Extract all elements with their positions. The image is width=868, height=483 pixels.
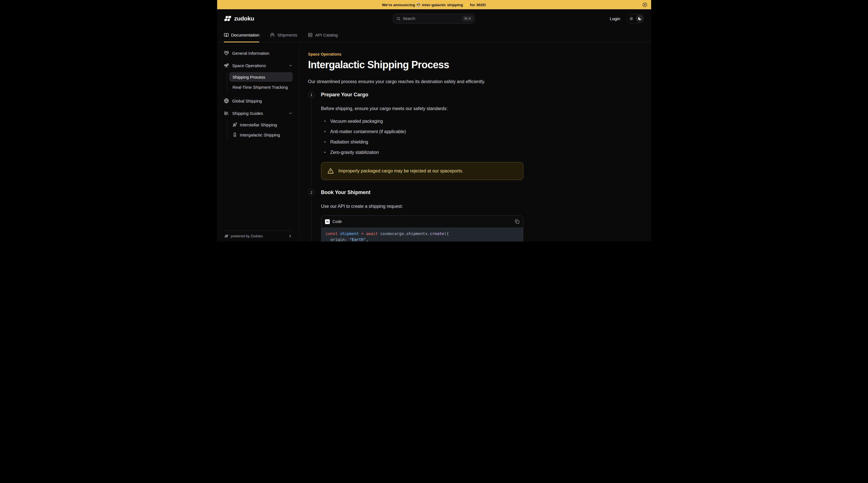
tab-label: API Catalog [315,33,338,37]
javascript-language-icon: JS [325,219,330,224]
sidebar-group-space-operations: Shipping Process Real-Time Shipment Trac… [227,72,293,92]
warning-callout: Improperly packaged cargo may be rejecte… [321,162,523,180]
globe-icon [224,98,229,103]
login-button[interactable]: Login [610,16,620,21]
sidebar-group-shipping-guides: Interstellar Shipping Intergalactic Ship… [227,120,293,139]
announcement-text: We're announcing 🧑‍🚀 inter-galactic ship… [382,3,486,7]
powered-by-label: powered by Zudoku [231,234,263,238]
search-icon [396,17,401,21]
step-number-badge: 2 [308,189,315,196]
sun-icon [629,17,633,21]
library-icon [224,110,229,116]
copy-code-button[interactable] [515,219,519,224]
tab-shipments[interactable]: Shipments [270,28,297,42]
search-input[interactable] [403,16,460,21]
telescope-icon [224,63,229,68]
main-content: Space Operations Intergalactic Shipping … [300,42,651,242]
sidebar-item-label: Space Operations [232,63,266,68]
powered-by-link[interactable]: powered by Zudoku [224,230,293,242]
content-layout: General Information Space Operations Shi… [217,42,651,242]
list-item: Zero-gravity stabilization [321,147,523,158]
list-item: Anti-matter containment (if applicable) [321,126,523,137]
moon-icon [638,17,642,21]
sidebar-item-shipping-process[interactable]: Shipping Process [229,72,293,82]
tab-api-catalog[interactable]: API Catalog [308,28,338,42]
ship-icon [270,33,275,37]
sidebar-item-interstellar-shipping[interactable]: Interstellar Shipping [229,120,293,129]
step-intro: Before shipping, ensure your cargo meets… [321,105,523,112]
tab-documentation[interactable]: Documentation [224,28,259,42]
category-eyebrow: Space Operations [308,52,523,57]
book-open-icon [224,33,229,37]
sidebar-item-space-operations[interactable]: Space Operations [221,60,296,71]
sidebar-item-label: Real-Time Shipment Tracking [232,85,288,90]
header-actions: Login [610,14,644,23]
step-1: 1 Prepare Your Cargo Before shipping, en… [308,91,523,189]
page-title: Intergalactic Shipping Process [308,59,523,71]
sidebar-item-label: General Information [232,51,270,56]
sidebar-item-intergalactic-shipping[interactable]: Intergalactic Shipping [229,130,293,139]
step-intro: Use our API to create a shipping request… [321,203,523,210]
step-number-badge: 1 [308,91,315,98]
search-shortcut-badge: ⌘+K [462,16,473,21]
sidebar-item-label: Shipping Guides [232,111,263,116]
chevron-down-icon [288,111,293,116]
chevron-right-icon [288,234,292,238]
tab-label: Documentation [231,33,259,37]
code-line: const shipment = await cosmocargo.shipme… [326,231,449,242]
code-content: const shipment = await cosmocargo.shipme… [326,231,519,242]
sidebar-item-label: Interstellar Shipping [240,123,277,127]
brand-logo[interactable]: zudoku [224,15,254,23]
zudoku-logo-icon [224,15,231,23]
list-item: Vacuum-sealed packaging [321,116,523,126]
brand-name: zudoku [234,15,254,22]
sidebar-item-general-information[interactable]: General Information [221,47,296,59]
sidebar-item-real-time-shipment-tracking[interactable]: Real-Time Shipment Tracking [229,82,293,92]
code-block-title: Code [333,219,342,224]
sidebar: General Information Space Operations Shi… [217,42,300,242]
announcement-banner: We're announcing 🧑‍🚀 inter-galactic ship… [217,0,651,9]
code-block-header: JS Code [321,216,523,227]
copy-icon [515,219,519,224]
step-title: Prepare Your Cargo [321,91,523,98]
sidebar-item-label: Intergalactic Shipping [240,133,280,137]
top-nav: Documentation Shipments API Catalog [217,28,651,42]
warning-text: Improperly packaged cargo may be rejecte… [339,168,464,174]
milk-bottle-icon [232,133,237,137]
app-window: We're announcing 🧑‍🚀 inter-galactic ship… [217,0,651,242]
dark-mode-active-indicator [636,15,643,22]
step-2: 2 Book Your Shipment Use our API to crea… [308,189,523,242]
search-bar[interactable]: ⌘+K [393,14,475,24]
circle-x-icon [643,2,647,7]
banner-close-button[interactable] [643,2,647,7]
steps-list: 1 Prepare Your Cargo Before shipping, en… [308,91,523,242]
library-big-icon [308,33,313,37]
tab-label: Shipments [277,33,297,37]
page-lead: Our streamlined process ensures your car… [308,78,523,85]
sidebar-item-label: Global Shipping [232,99,262,103]
list-item: Radiation shielding [321,137,523,147]
step-title: Book Your Shipment [321,189,523,196]
theme-toggle[interactable] [626,14,644,23]
chevron-down-icon [288,63,293,68]
rocket-icon [232,123,237,127]
code-block: JS Code const shipment = await cosmocarg… [321,215,523,242]
code-editor[interactable]: const shipment = await cosmocargo.shipme… [321,227,523,242]
safety-standards-list: Vacuum-sealed packaging Anti-matter cont… [321,116,523,158]
sidebar-item-label: Shipping Process [232,75,266,79]
sidebar-item-global-shipping[interactable]: Global Shipping [221,95,296,106]
header: zudoku ⌘+K Login [217,9,651,28]
heart-handshake-icon [224,51,229,56]
sidebar-item-shipping-guides[interactable]: Shipping Guides [221,107,296,119]
triangle-alert-icon [328,168,334,174]
zudoku-logo-icon [224,234,228,238]
